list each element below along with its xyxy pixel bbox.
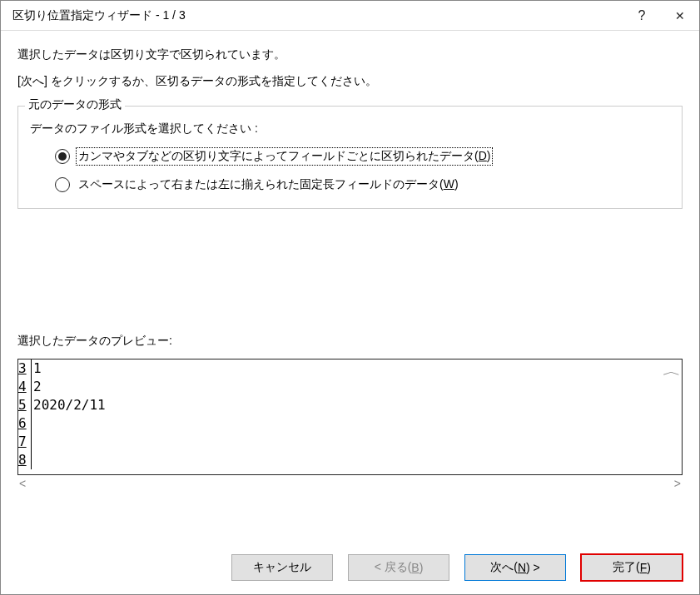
cancel-button[interactable]: キャンセル [231,554,333,581]
format-prompt: データのファイル形式を選択してください : [30,121,670,136]
radio-fixed-width-label: スペースによって右または左に揃えられた固定長フィールドのデータ(W) [77,176,460,193]
radio-fixed-width-indicator [55,177,70,192]
intro-text-2: [次へ] をクリックするか、区切るデータの形式を指定してください。 [17,74,683,89]
fieldset-legend: 元のデータの形式 [25,97,125,112]
horizontal-scrollbar[interactable]: < > [17,475,683,490]
radio-delimited-label: カンマやタブなどの区切り文字によってフィールドごとに区切られたデータ(D) [77,148,492,165]
data-format-fieldset: 元のデータの形式 データのファイル形式を選択してください : カンマやタブなどの… [17,106,683,209]
table-row: 8 [18,451,662,469]
table-row: 42 [18,378,662,396]
table-row: 31 [18,359,662,378]
table-row: 6 [18,414,662,433]
close-button[interactable]: ✕ [661,1,699,31]
titlebar: 区切り位置指定ウィザード - 1 / 3 ? ✕ [1,1,699,31]
finish-button[interactable]: 完了(F) [581,554,683,581]
preview-box: 31 42 52020/2/11 6 7 8 ︿ [17,359,683,475]
scroll-right-icon: > [674,477,681,490]
dialog-content: 選択したデータは区切り文字で区切られています。 [次へ] をクリックするか、区切… [1,31,699,543]
help-button[interactable]: ? [623,1,661,31]
radio-delimited[interactable]: カンマやタブなどの区切り文字によってフィールドごとに区切られたデータ(D) [55,148,670,165]
preview-table: 31 42 52020/2/11 6 7 8 [18,359,662,474]
back-button: < 戻る(B) [348,554,449,581]
table-row: 52020/2/11 [18,396,662,414]
scroll-left-icon: < [19,477,26,490]
preview-label: 選択したデータのプレビュー: [17,334,683,349]
intro-text-1: 選択したデータは区切り文字で区切られています。 [17,47,683,62]
radio-delimited-indicator [55,149,70,164]
dialog-footer: キャンセル < 戻る(B) 次へ(N) > 完了(F) [1,543,699,594]
vertical-scrollbar[interactable]: ︿ [662,359,682,474]
radio-fixed-width[interactable]: スペースによって右または左に揃えられた固定長フィールドのデータ(W) [55,176,670,193]
scroll-up-icon: ︿ [663,364,681,379]
window-title: 区切り位置指定ウィザード - 1 / 3 [12,8,623,23]
table-row: 7 [18,433,662,451]
next-button[interactable]: 次へ(N) > [464,554,566,581]
